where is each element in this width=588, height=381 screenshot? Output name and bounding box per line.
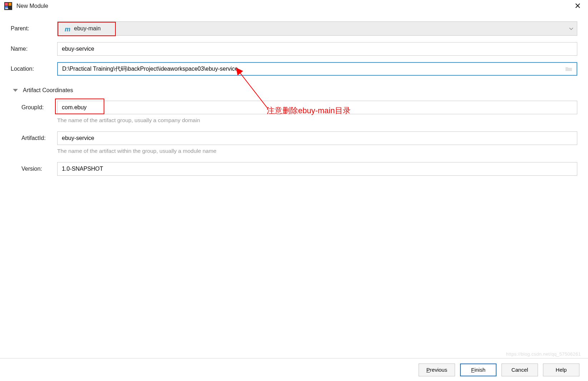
help-button[interactable]: Help (543, 364, 579, 376)
name-input[interactable] (57, 42, 577, 56)
intellij-icon (4, 2, 12, 10)
close-icon[interactable]: ✕ (572, 1, 584, 11)
collapse-arrow-icon (13, 89, 18, 92)
artifact-section-header[interactable]: Artifact Coordinates (13, 87, 577, 94)
groupid-label: GroupId: (21, 104, 57, 111)
location-input[interactable] (58, 66, 565, 72)
annotation-note: 注意删除ebuy-main目录 (267, 105, 351, 116)
parent-label: Parent: (11, 25, 57, 32)
cancel-button[interactable]: Cancel (501, 364, 538, 376)
groupid-help: The name of the artifact group, usually … (57, 117, 577, 124)
titlebar: New Module ✕ (0, 0, 588, 14)
svg-rect-2 (9, 3, 11, 6)
location-label: Location: (11, 66, 57, 72)
version-input[interactable] (57, 162, 577, 176)
button-bar: Previous Finish Cancel Help (0, 358, 588, 381)
folder-icon[interactable] (565, 65, 574, 72)
artifact-section-title: Artifact Coordinates (23, 87, 73, 94)
previous-label: revious (430, 367, 447, 373)
name-label: Name: (11, 46, 57, 52)
svg-rect-1 (5, 3, 8, 6)
artifactid-row: ArtifactId: (21, 131, 577, 145)
svg-rect-4 (5, 8, 8, 9)
name-row: Name: (11, 42, 577, 56)
previous-button[interactable]: Previous (419, 364, 455, 376)
dialog-content: Parent: m ebuy-main Name: Location: Arti… (0, 14, 588, 176)
version-row: Version: (21, 162, 577, 176)
parent-dropdown[interactable]: m ebuy-main (57, 21, 577, 36)
location-row: Location: (11, 62, 577, 76)
finish-button[interactable]: Finish (460, 364, 496, 376)
watermark: https://blog.csdn.net/qq_57506261 (506, 351, 581, 357)
version-label: Version: (21, 166, 57, 172)
artifactid-input[interactable] (57, 131, 577, 145)
window-title: New Module (16, 3, 48, 9)
chevron-down-icon (569, 26, 573, 31)
parent-row: Parent: m ebuy-main (11, 21, 577, 36)
finish-label: inish (474, 367, 485, 373)
location-field (57, 62, 577, 76)
parent-value: ebuy-main (74, 25, 101, 32)
maven-icon: m (65, 26, 72, 31)
artifactid-label: ArtifactId: (21, 135, 57, 141)
artifactid-help: The name of the artifact within the grou… (57, 148, 577, 154)
